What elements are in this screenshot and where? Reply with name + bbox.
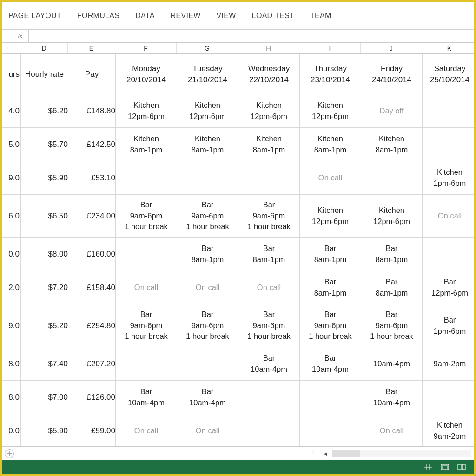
view-page-break-button[interactable] xyxy=(457,464,466,470)
cell-day-1[interactable] xyxy=(177,347,238,381)
cell-day-5[interactable] xyxy=(423,381,475,414)
cell-day-0[interactable]: Bar9am-6pm1 hour break xyxy=(116,304,177,347)
cell-day-3[interactable]: Bar8am-1pm xyxy=(300,271,361,304)
col-header-E[interactable]: E xyxy=(68,43,115,53)
cell-pay[interactable]: £148.80 xyxy=(68,94,116,128)
cell-day-1[interactable]: On call xyxy=(177,414,238,447)
cell-hours[interactable]: 6.0 xyxy=(2,195,21,238)
formula-input[interactable] xyxy=(29,30,474,42)
cell-day-4[interactable]: Bar10am-4pm xyxy=(361,381,423,414)
cell-hours[interactable]: 0.0 xyxy=(2,238,21,271)
cell-hours[interactable]: 8.0 xyxy=(2,381,21,414)
header-day-1[interactable]: Tuesday21/10/2014 xyxy=(177,54,238,94)
cell-day-5[interactable]: Bar12pm-6pm xyxy=(423,271,475,304)
cell-hourly-rate[interactable]: $6.50 xyxy=(21,195,68,238)
cell-hours[interactable]: 9.0 xyxy=(2,161,21,195)
cell-hourly-rate[interactable]: $8.00 xyxy=(21,238,68,271)
tab-review[interactable]: REVIEW xyxy=(171,12,201,20)
cell-day-2[interactable] xyxy=(238,161,300,195)
scroll-left-button[interactable]: ◄ xyxy=(322,450,329,457)
cell-day-4[interactable]: 10am-4pm xyxy=(361,347,423,381)
header-hourly-rate[interactable]: Hourly rate xyxy=(21,54,68,94)
cell-day-1[interactable] xyxy=(177,161,238,195)
horizontal-scrollbar[interactable]: ⋮ ◄ xyxy=(310,450,474,457)
cell-day-0[interactable] xyxy=(116,347,177,381)
cell-day-1[interactable]: Bar9am-6pm1 hour break xyxy=(177,304,238,347)
tab-formulas[interactable]: FORMULAS xyxy=(77,12,119,20)
header-day-4[interactable]: Friday24/10/2014 xyxy=(361,54,423,94)
cell-day-4[interactable]: Bar8am-1pm xyxy=(361,271,423,304)
cell-day-3[interactable]: Kitchen8am-1pm xyxy=(300,128,361,161)
col-header-I[interactable]: I xyxy=(299,43,361,53)
cell-hourly-rate[interactable]: $5.20 xyxy=(21,304,68,347)
cell-day-5[interactable]: Bar1pm-6pm xyxy=(423,304,475,347)
cell-day-1[interactable]: Bar8am-1pm xyxy=(177,238,238,271)
cell-day-2[interactable]: Bar10am-4pm xyxy=(238,347,300,381)
cell-day-2[interactable]: Kitchen12pm-6pm xyxy=(238,94,300,128)
cell-day-4[interactable]: On call xyxy=(361,414,423,447)
view-normal-button[interactable] xyxy=(424,464,432,470)
cell-day-3[interactable]: Bar8am-1pm xyxy=(300,238,361,271)
name-box[interactable] xyxy=(2,30,12,42)
cell-hours[interactable]: 8.0 xyxy=(2,347,21,381)
cell-hours[interactable]: 4.0 xyxy=(2,94,21,128)
col-header-H[interactable]: H xyxy=(238,43,299,53)
cell-pay[interactable]: £160.00 xyxy=(68,238,116,271)
cell-day-1[interactable]: Bar10am-4pm xyxy=(177,381,238,414)
cell-day-1[interactable]: Kitchen8am-1pm xyxy=(177,128,238,161)
cell-day-2[interactable]: Bar8am-1pm xyxy=(238,238,300,271)
cell-day-2[interactable]: Bar9am-6pm1 hour break xyxy=(238,304,300,347)
cell-day-0[interactable]: Kitchen12pm-6pm xyxy=(116,94,177,128)
cell-day-1[interactable]: Bar9am-6pm1 hour break xyxy=(177,195,238,238)
header-day-2[interactable]: Wednesday22/10/2014 xyxy=(238,54,300,94)
cell-day-0[interactable] xyxy=(116,161,177,195)
cell-day-0[interactable]: Kitchen8am-1pm xyxy=(116,128,177,161)
tab-page-layout[interactable]: PAGE LAYOUT xyxy=(8,12,61,20)
cell-hours[interactable]: 9.0 xyxy=(2,304,21,347)
cell-hours[interactable]: 2.0 xyxy=(2,271,21,304)
add-sheet-button[interactable] xyxy=(5,449,14,458)
cell-day-2[interactable] xyxy=(238,414,300,447)
col-header-K[interactable]: K xyxy=(422,43,476,53)
cell-day-5[interactable] xyxy=(423,94,475,128)
col-header-G[interactable]: G xyxy=(177,43,238,53)
col-header-F[interactable]: F xyxy=(115,43,177,53)
cell-day-3[interactable] xyxy=(300,414,361,447)
cell-pay[interactable]: £126.00 xyxy=(68,381,116,414)
cell-day-1[interactable]: On call xyxy=(177,271,238,304)
cell-day-0[interactable] xyxy=(116,238,177,271)
cell-day-2[interactable] xyxy=(238,381,300,414)
header-pay[interactable]: Pay xyxy=(68,54,116,94)
cell-day-4[interactable]: Bar8am-1pm xyxy=(361,238,423,271)
col-header-D[interactable]: D xyxy=(20,43,68,53)
cell-pay[interactable]: £207.20 xyxy=(68,347,116,381)
cell-day-3[interactable]: On call xyxy=(300,161,361,195)
cell-pay[interactable]: £234.00 xyxy=(68,195,116,238)
cell-hourly-rate[interactable]: $7.40 xyxy=(21,347,68,381)
cell-day-1[interactable]: Kitchen12pm-6pm xyxy=(177,94,238,128)
cell-pay[interactable]: £142.50 xyxy=(68,128,116,161)
cell-hourly-rate[interactable]: $5.90 xyxy=(21,414,68,447)
cell-day-3[interactable]: Kitchen12pm-6pm xyxy=(300,94,361,128)
cell-day-3[interactable]: Kitchen12pm-6pm xyxy=(300,195,361,238)
header-hours[interactable]: urs xyxy=(2,54,21,94)
cell-day-5[interactable] xyxy=(423,238,475,271)
cell-day-4[interactable]: Bar9am-6pm1 hour break xyxy=(361,304,423,347)
cell-day-2[interactable]: On call xyxy=(238,271,300,304)
cell-hourly-rate[interactable]: $7.20 xyxy=(21,271,68,304)
cell-pay[interactable]: £59.00 xyxy=(68,414,116,447)
cell-day-5[interactable]: 9am-2pm xyxy=(423,347,475,381)
cell-day-2[interactable]: Bar9am-6pm1 hour break xyxy=(238,195,300,238)
cell-day-5[interactable]: Kitchen1pm-6pm xyxy=(423,161,475,195)
scroll-track[interactable] xyxy=(332,450,471,457)
col-header-J[interactable]: J xyxy=(361,43,422,53)
tab-team[interactable]: TEAM xyxy=(310,12,331,20)
cell-hourly-rate[interactable]: $5.90 xyxy=(21,161,68,195)
cell-day-0[interactable]: Bar10am-4pm xyxy=(116,381,177,414)
cell-day-2[interactable]: Kitchen8am-1pm xyxy=(238,128,300,161)
worksheet-area[interactable]: ursHourly ratePayMonday20/10/2014Tuesday… xyxy=(2,54,474,446)
cell-day-5[interactable]: On call xyxy=(423,195,475,238)
cell-day-0[interactable]: On call xyxy=(116,414,177,447)
col-header-gutter[interactable] xyxy=(2,43,20,53)
header-day-3[interactable]: Thursday23/10/2014 xyxy=(300,54,361,94)
